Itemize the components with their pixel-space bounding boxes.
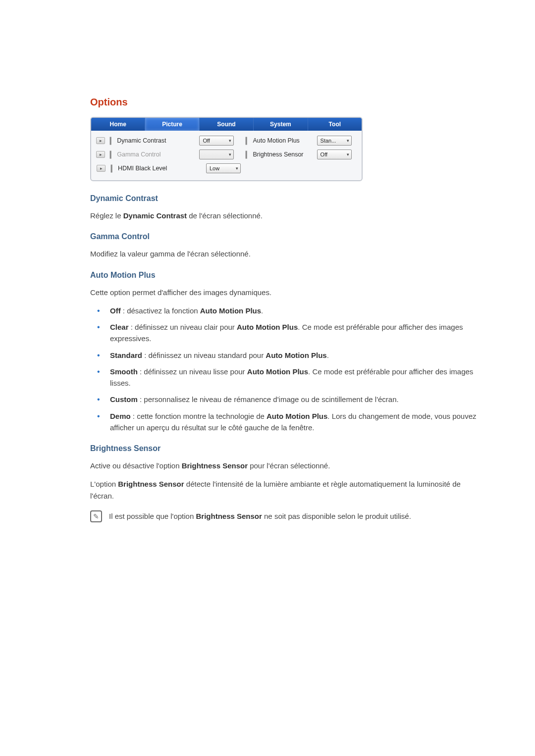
option-text: Brightness Sensor — [253, 151, 303, 158]
select-value: Off — [203, 138, 210, 144]
text-fragment: pour l'écran sélectionné. — [248, 461, 330, 470]
divider-icon: ▎ — [110, 151, 115, 158]
text-fragment: : définissez un niveau standard pour — [142, 351, 266, 359]
text-fragment: . — [327, 351, 329, 359]
divider-icon: ▎ — [110, 137, 115, 145]
expand-icon[interactable]: ▸ — [97, 165, 106, 172]
settings-panel: Home Picture Sound System Tool ▸ ▎Dynami… — [90, 117, 363, 181]
option-label: ▎Auto Motion Plus — [246, 137, 317, 145]
option-label: ▎HDMI Black Level — [111, 165, 195, 172]
text-bold: Off — [110, 306, 121, 315]
tab-system[interactable]: System — [254, 118, 308, 131]
body-text: Modifiez la valeur gamma de l'écran séle… — [90, 248, 485, 259]
text-fragment: : désactivez la fonction — [121, 306, 200, 315]
chevron-down-icon: ▾ — [347, 152, 349, 157]
heading-auto-motion-plus: Auto Motion Plus — [90, 271, 485, 280]
text-bold: Auto Motion Plus — [266, 351, 326, 359]
divider-icon: ▎ — [111, 165, 116, 172]
text-bold: Brightness Sensor — [196, 512, 262, 520]
divider-icon: ▎ — [246, 151, 251, 158]
page-title: Options — [90, 97, 485, 108]
option-label: ▎Brightness Sensor — [246, 151, 317, 158]
list-item: Demo : cette fonction montre la technolo… — [97, 410, 485, 434]
text-fragment: : personnalisez le niveau de rémanence d… — [138, 395, 399, 403]
note-icon: ✎ — [90, 510, 102, 522]
text-fragment: Réglez le — [90, 211, 123, 220]
text-fragment: . — [261, 306, 263, 315]
body-text: Active ou désactive l'option Brightness … — [90, 460, 485, 471]
settings-row: ▸ ▎HDMI Black Level Low▾ — [91, 161, 358, 175]
option-label: ▎Dynamic Contrast — [110, 137, 190, 145]
heading-brightness-sensor: Brightness Sensor — [90, 444, 485, 453]
chevron-down-icon: ▾ — [229, 152, 231, 157]
tab-sound[interactable]: Sound — [200, 118, 254, 131]
text-bold: Auto Motion Plus — [267, 412, 327, 420]
text-fragment: : définissez un niveau clair pour — [129, 323, 237, 331]
chevron-down-icon: ▾ — [236, 166, 238, 171]
expand-icon[interactable]: ▸ — [96, 137, 105, 144]
tab-home[interactable]: Home — [91, 118, 145, 131]
text-fragment: Il est possible que l'option — [109, 512, 196, 520]
divider-icon: ▎ — [246, 137, 251, 145]
chevron-down-icon: ▾ — [347, 138, 349, 143]
list-item: Standard : définissez un niveau standard… — [97, 350, 485, 361]
note-text: Il est possible que l'option Brightness … — [109, 510, 411, 522]
text-fragment: : cette fonction montre la technologie d… — [131, 412, 267, 420]
tab-tool[interactable]: Tool — [308, 118, 362, 131]
settings-row: ▸ ▎Dynamic Contrast Off▾ ▎Auto Motion Pl… — [91, 134, 358, 148]
text-fragment: L'option — [90, 480, 118, 488]
hdmi-black-level-select[interactable]: Low▾ — [206, 163, 241, 173]
body-text: Réglez le Dynamic Contrast de l'écran sé… — [90, 210, 485, 221]
note-row: ✎ Il est possible que l'option Brightnes… — [90, 510, 485, 522]
expand-icon[interactable]: ▸ — [96, 151, 105, 158]
option-text: Dynamic Contrast — [117, 137, 166, 144]
text-bold: Auto Motion Plus — [200, 306, 261, 315]
list-item: Clear : définissez un niveau clair pour … — [97, 321, 485, 345]
text-fragment: de l'écran sélectionné. — [187, 211, 263, 220]
text-bold: Clear — [110, 323, 129, 331]
body-text: Cette option permet d'afficher des image… — [90, 287, 485, 298]
auto-motion-plus-select[interactable]: Stan...▾ — [317, 136, 352, 146]
option-text: Gamma Control — [117, 151, 160, 158]
option-list: Off : désactivez la fonction Auto Motion… — [97, 305, 485, 433]
text-fragment: ne soit pas disponible selon le produit … — [262, 512, 411, 520]
text-bold: Custom — [110, 395, 138, 403]
text-bold: Brightness Sensor — [182, 461, 248, 470]
heading-dynamic-contrast: Dynamic Contrast — [90, 194, 485, 203]
chevron-down-icon: ▾ — [229, 138, 231, 143]
tab-bar: Home Picture Sound System Tool — [91, 118, 362, 131]
brightness-sensor-select[interactable]: Off▾ — [317, 150, 352, 159]
gamma-control-select: ▾ — [199, 150, 234, 159]
body-text: L'option Brightness Sensor détecte l'int… — [90, 478, 485, 502]
settings-rows: ▸ ▎Dynamic Contrast Off▾ ▎Auto Motion Pl… — [91, 131, 362, 180]
settings-row: ▸ ▎Gamma Control ▾ ▎Brightness Sensor Of… — [91, 148, 358, 161]
text-bold: Standard — [110, 351, 142, 359]
text-fragment: Active ou désactive l'option — [90, 461, 182, 470]
text-bold: Demo — [110, 412, 131, 420]
option-text: Auto Motion Plus — [253, 137, 300, 144]
text-bold: Dynamic Contrast — [123, 211, 187, 220]
text-bold: Auto Motion Plus — [247, 367, 308, 376]
select-value: Off — [321, 151, 327, 157]
text-fragment: : définissez un niveau lisse pour — [138, 367, 247, 376]
select-value: Low — [210, 165, 219, 171]
dynamic-contrast-select[interactable]: Off▾ — [199, 136, 234, 146]
text-bold: Brightness Sensor — [118, 480, 184, 488]
text-bold: Smooth — [110, 367, 138, 376]
text-bold: Auto Motion Plus — [237, 323, 298, 331]
option-text: HDMI Black Level — [118, 165, 167, 172]
heading-gamma-control: Gamma Control — [90, 232, 485, 241]
list-item: Smooth : définissez un niveau lisse pour… — [97, 366, 485, 389]
tab-picture[interactable]: Picture — [145, 118, 199, 131]
option-label-disabled: ▎Gamma Control — [110, 151, 190, 158]
select-value: Stan... — [321, 138, 336, 144]
list-item: Custom : personnalisez le niveau de réma… — [97, 394, 485, 405]
list-item: Off : désactivez la fonction Auto Motion… — [97, 305, 485, 316]
